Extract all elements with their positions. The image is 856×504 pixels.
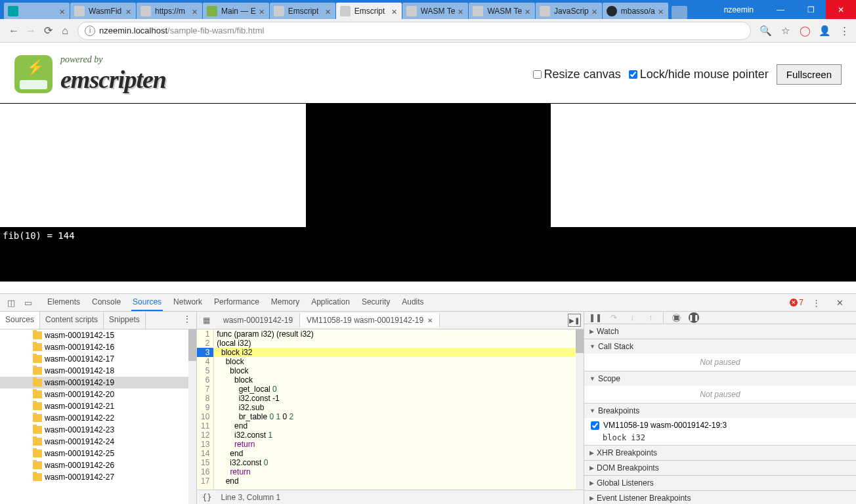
code-editor[interactable]: 1234567891011121314151617 func (param i3… <box>197 329 584 490</box>
tree-item[interactable]: wasm-00019142-26 <box>0 459 196 471</box>
lock-pointer-checkbox[interactable]: Lock/hide mouse pointer <box>629 68 769 81</box>
devtools-tab-application[interactable]: Application <box>310 294 351 311</box>
line-number[interactable]: 12 <box>201 430 209 440</box>
tree-item[interactable]: wasm-00019142-27 <box>0 471 196 483</box>
tab-close-icon[interactable]: ✕ <box>192 8 198 14</box>
code-line[interactable]: i32.const -1 <box>214 394 584 403</box>
line-number[interactable]: 5 <box>201 366 209 375</box>
step-over-button[interactable]: ↷ <box>608 312 620 324</box>
pretty-print-icon[interactable]: {} <box>202 493 211 502</box>
xhr-header[interactable]: ▶XHR Breakpoints <box>584 446 856 460</box>
tree-item[interactable]: wasm-00019142-21 <box>0 400 196 412</box>
editor-tab[interactable]: VM11058-19 wasm-00019142-19✕ <box>300 313 440 327</box>
tree-item[interactable]: wasm-00019142-22 <box>0 412 196 424</box>
line-number[interactable]: 13 <box>201 440 209 449</box>
url-input[interactable]: i nzeemin.localhost/sample-fib-wasm/fib.… <box>77 22 751 40</box>
editor-nav-icon[interactable]: ▦ <box>200 314 213 327</box>
back-button[interactable]: ← <box>5 22 22 39</box>
site-info-icon[interactable]: i <box>85 26 95 36</box>
browser-tab[interactable]: JavaScrip✕ <box>536 3 602 19</box>
editor-tab-close-icon[interactable]: ✕ <box>427 317 433 324</box>
tab-close-icon[interactable]: ✕ <box>458 8 464 14</box>
tree-item[interactable]: wasm-00019142-24 <box>0 436 196 448</box>
navigator-tab[interactable]: Snippets <box>104 312 146 329</box>
line-number[interactable]: 11 <box>201 421 209 430</box>
dom-header[interactable]: ▶DOM Breakpoints <box>584 461 856 475</box>
code-lines[interactable]: func (param i32) (result i32)(local i32)… <box>214 329 584 490</box>
tree-item[interactable]: wasm-00019142-20 <box>0 388 196 400</box>
code-line[interactable]: block <box>214 366 584 375</box>
close-button[interactable]: ✕ <box>826 0 856 19</box>
minimize-button[interactable]: ― <box>765 0 796 19</box>
navigator-more-icon[interactable]: ⋮ <box>178 312 196 329</box>
watch-header[interactable]: ▶Watch <box>584 324 856 339</box>
line-number[interactable]: 8 <box>201 394 209 403</box>
code-line[interactable]: i32.sub <box>214 403 584 412</box>
code-line[interactable]: end <box>214 421 584 430</box>
browser-tab[interactable]: Emscript✕ <box>270 3 335 19</box>
line-number[interactable]: 2 <box>201 339 209 348</box>
browser-tab[interactable]: https://m✕ <box>137 3 202 19</box>
tab-close-icon[interactable]: ✕ <box>259 8 265 14</box>
tab-close-icon[interactable]: ✕ <box>591 8 598 14</box>
tree-scrollbar[interactable] <box>188 329 196 504</box>
line-number[interactable]: 16 <box>201 467 209 476</box>
star-icon[interactable]: ☆ <box>779 24 792 37</box>
menu-icon[interactable]: ⋮ <box>838 24 851 37</box>
canvas[interactable] <box>306 104 551 227</box>
tree-item[interactable]: wasm-00019142-19 <box>0 377 196 388</box>
tree-item[interactable]: wasm-00019142-15 <box>0 329 196 341</box>
breakpoints-header[interactable]: ▼Breakpoints <box>584 404 856 418</box>
browser-tab[interactable]: WasmFid✕ <box>70 3 136 19</box>
pause-exceptions-button[interactable]: ❚❚ <box>689 312 699 323</box>
step-out-button[interactable]: ↑ <box>645 312 656 324</box>
code-line[interactable]: get_local 0 <box>214 385 584 394</box>
browser-tab[interactable]: mbasso/a✕ <box>603 3 668 19</box>
devtools-tab-console[interactable]: Console <box>91 294 122 311</box>
tree-item[interactable]: wasm-00019142-23 <box>0 424 196 436</box>
code-scrollbar[interactable] <box>576 329 584 490</box>
step-into-button[interactable]: ↓ <box>626 312 638 324</box>
devtools-tab-network[interactable]: Network <box>172 294 203 311</box>
browser-tab[interactable]: ✕ <box>4 3 70 19</box>
navigator-tab[interactable]: Content scripts <box>40 312 104 329</box>
line-number[interactable]: 4 <box>201 357 209 366</box>
deactivate-breakpoints-button[interactable]: ⬛⃠ <box>670 312 682 324</box>
device-icon[interactable]: ▭ <box>22 297 34 308</box>
file-tree[interactable]: wasm-00019142-15wasm-00019142-16wasm-000… <box>0 329 196 504</box>
tree-item[interactable]: wasm-00019142-17 <box>0 353 196 365</box>
devtools-tab-performance[interactable]: Performance <box>213 294 261 311</box>
profile-icon[interactable]: 👤 <box>818 24 831 37</box>
breakpoint-checkbox[interactable] <box>591 421 599 430</box>
maximize-button[interactable]: ❐ <box>796 0 826 19</box>
home-button[interactable]: ⌂ <box>56 22 74 39</box>
devtools-tab-elements[interactable]: Elements <box>46 294 81 311</box>
inspect-icon[interactable]: ◫ <box>5 297 17 308</box>
code-line[interactable]: i32.const 1 <box>214 430 584 440</box>
line-number[interactable]: 15 <box>201 458 209 467</box>
tab-close-icon[interactable]: ✕ <box>391 8 398 14</box>
event-header[interactable]: ▶Event Listener Breakpoints <box>584 491 856 504</box>
line-gutter[interactable]: 1234567891011121314151617 <box>197 329 214 490</box>
code-line[interactable]: block <box>214 375 584 385</box>
editor-tab[interactable]: wasm-00019142-19 <box>217 313 300 327</box>
browser-tab[interactable]: WASM Te✕ <box>402 3 469 19</box>
line-number[interactable]: 9 <box>201 403 209 412</box>
devtools-tab-sources[interactable]: Sources <box>131 294 163 311</box>
forward-button[interactable]: → <box>22 22 39 39</box>
code-line[interactable]: func (param i32) (result i32) <box>214 329 584 339</box>
tree-scroll-thumb[interactable] <box>188 329 196 361</box>
tab-close-icon[interactable]: ✕ <box>658 8 664 14</box>
tab-close-icon[interactable]: ✕ <box>325 8 332 14</box>
line-number[interactable]: 14 <box>201 449 209 458</box>
lock-pointer-input[interactable] <box>629 70 637 79</box>
code-line[interactable]: block <box>214 357 584 366</box>
code-line[interactable]: i32.const 0 <box>214 458 584 467</box>
editor-run-icon[interactable]: ▶❚ <box>568 314 581 327</box>
code-line[interactable]: end <box>214 476 584 486</box>
browser-tab[interactable]: WASM Te✕ <box>469 3 535 19</box>
global-header[interactable]: ▶Global Listeners <box>584 476 856 490</box>
devtools-tab-security[interactable]: Security <box>360 294 391 311</box>
devtools-tab-audits[interactable]: Audits <box>400 294 425 311</box>
line-number[interactable]: 6 <box>201 375 209 385</box>
